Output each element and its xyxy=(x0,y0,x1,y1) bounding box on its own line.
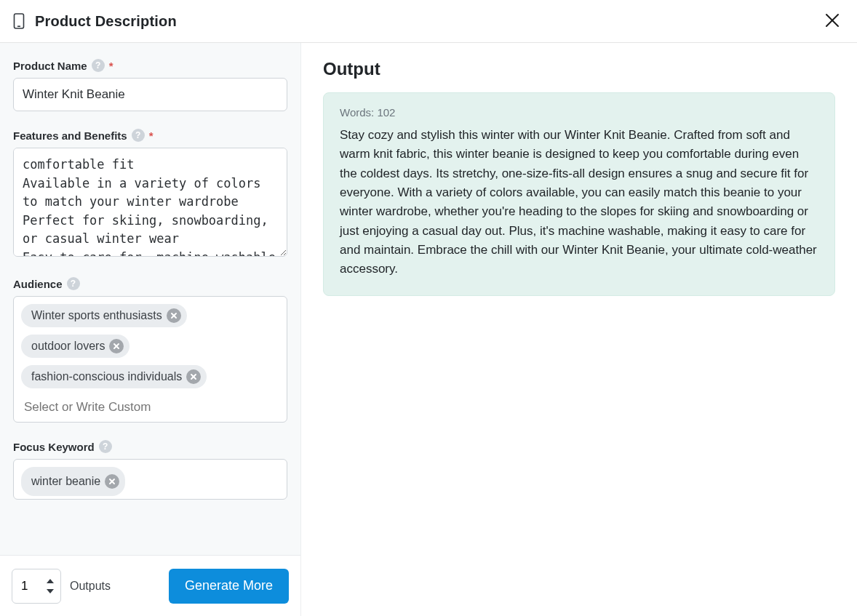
field-product-name: Product Name ? * xyxy=(13,59,287,111)
form-footer: Outputs Generate More xyxy=(0,555,300,616)
features-textarea[interactable] xyxy=(13,148,287,257)
focus-keyword-tag-input[interactable]: winter beanie xyxy=(13,459,287,500)
help-icon[interactable]: ? xyxy=(132,129,145,142)
app-header: Product Description xyxy=(0,0,857,43)
keyword-tag: winter beanie xyxy=(21,467,125,496)
audience-text-input[interactable] xyxy=(21,396,279,419)
tag-label: outdoor lovers xyxy=(31,340,105,353)
output-card: Words: 102 Stay cozy and stylish this wi… xyxy=(323,92,835,296)
remove-tag-icon[interactable] xyxy=(186,369,201,384)
outputs-count-input[interactable] xyxy=(21,579,39,593)
tag-label: winter beanie xyxy=(31,475,100,488)
remove-tag-icon[interactable] xyxy=(109,339,124,353)
help-icon[interactable]: ? xyxy=(67,277,80,290)
outputs-step-down[interactable] xyxy=(44,586,56,596)
features-label: Features and Benefits xyxy=(13,129,127,142)
audience-tag: outdoor lovers xyxy=(21,335,129,358)
audience-tag: fashion-conscious individuals xyxy=(21,365,207,388)
field-focus-keyword: Focus Keyword ? winter beanie xyxy=(13,440,287,500)
output-heading: Output xyxy=(323,59,835,79)
output-text: Stay cozy and stylish this winter with o… xyxy=(340,126,818,279)
outputs-label: Outputs xyxy=(70,580,111,593)
close-button[interactable] xyxy=(819,7,845,33)
audience-label: Audience xyxy=(13,278,63,290)
field-audience: Audience ? Winter sports enthusiastsoutd… xyxy=(13,277,287,423)
product-name-label: Product Name xyxy=(13,60,87,72)
page-title: Product Description xyxy=(35,13,177,30)
product-name-input[interactable] xyxy=(13,78,287,111)
field-features: Features and Benefits ? * xyxy=(13,129,287,260)
focus-keyword-label: Focus Keyword xyxy=(13,441,95,453)
remove-tag-icon[interactable] xyxy=(105,474,119,489)
generate-more-button[interactable]: Generate More xyxy=(169,569,289,604)
word-count: Words: 102 xyxy=(340,106,818,119)
tag-label: fashion-conscious individuals xyxy=(31,370,182,383)
device-phone-icon xyxy=(13,13,25,29)
help-icon[interactable]: ? xyxy=(99,440,112,453)
remove-tag-icon[interactable] xyxy=(167,308,181,323)
required-mark: * xyxy=(149,129,154,142)
outputs-count-stepper[interactable] xyxy=(12,569,61,604)
audience-tag-input[interactable]: Winter sports enthusiastsoutdoor loversf… xyxy=(13,296,287,423)
form-panel: Product Name ? * Features and Benefits ?… xyxy=(0,43,301,616)
audience-tag: Winter sports enthusiasts xyxy=(21,304,187,327)
output-panel: Output Words: 102 Stay cozy and stylish … xyxy=(301,43,857,616)
outputs-step-up[interactable] xyxy=(44,576,56,586)
tag-label: Winter sports enthusiasts xyxy=(31,309,162,322)
help-icon[interactable]: ? xyxy=(92,59,105,72)
required-mark: * xyxy=(109,60,113,72)
